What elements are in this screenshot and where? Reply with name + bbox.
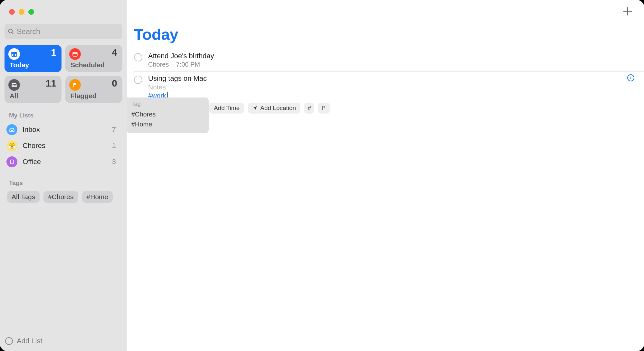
flag-outline-icon [321, 106, 327, 111]
page-title: Today [127, 23, 644, 49]
tray-icon [8, 79, 20, 91]
flag-button[interactable] [318, 103, 330, 114]
search-field[interactable] [5, 24, 122, 39]
reminder-notes-placeholder[interactable]: Notes [148, 83, 634, 91]
svg-rect-7 [10, 160, 13, 164]
reminder-row: Attend Joe's birthday Chores – 7:00 PM [134, 49, 644, 72]
search-input[interactable] [17, 27, 119, 36]
smart-list-scheduled[interactable]: 4 Scheduled [65, 45, 122, 72]
smart-list-count: 0 [112, 78, 117, 89]
reminder-info-button[interactable]: i [627, 74, 634, 81]
tag-chip-home[interactable]: #Home [82, 191, 113, 203]
new-reminder-button[interactable] [623, 6, 632, 16]
list-item-office[interactable]: Office 3 [5, 154, 122, 170]
flag-icon [69, 79, 81, 91]
list-item-inbox[interactable]: Inbox 7 [5, 122, 122, 138]
sidebar: 1 1 Today 4 Scheduled 11 All [0, 0, 127, 351]
emoji-icon: 😤 [6, 140, 17, 151]
tray-icon [6, 124, 17, 135]
close-window-button[interactable] [9, 9, 15, 15]
tag-chip-chores[interactable]: #Chores [43, 191, 78, 203]
calendar-icon [69, 48, 81, 60]
smart-list-count: 11 [46, 78, 56, 89]
list-item-count: 3 [112, 158, 120, 166]
add-tag-button[interactable]: # [304, 103, 314, 114]
reminder-title[interactable]: Using tags on Mac [148, 74, 634, 83]
list-item-label: Inbox [23, 125, 107, 134]
smart-list-count: 4 [112, 47, 117, 58]
smart-list-all[interactable]: 11 All [5, 76, 62, 103]
smart-list-flagged[interactable]: 0 Flagged [65, 76, 122, 103]
svg-text:1: 1 [14, 53, 15, 56]
location-arrow-icon [252, 106, 258, 111]
smart-lists-grid: 1 1 Today 4 Scheduled 11 All [0, 39, 127, 103]
tag-popup-heading: Tag [131, 101, 204, 107]
inline-toolbar: Add Time Add Location # [209, 99, 634, 114]
list-item-count: 1 [112, 142, 120, 150]
tags-heading: Tags [0, 171, 127, 189]
reminder-title[interactable]: Attend Joe's birthday [148, 52, 634, 60]
list-item-label: Chores [23, 142, 107, 150]
add-list-label: Add List [17, 337, 43, 345]
svg-rect-5 [73, 52, 77, 56]
search-icon [8, 28, 14, 35]
my-lists-heading: My Lists [0, 103, 127, 121]
smart-list-label: Flagged [71, 92, 97, 100]
add-time-label: Add Time [214, 105, 240, 112]
complete-toggle[interactable] [134, 76, 142, 84]
window-controls [0, 0, 127, 18]
add-list-button[interactable]: Add List [0, 337, 127, 351]
smart-list-label: All [10, 92, 18, 100]
reminder-row-editing: Using tags on Mac Notes #work Add Time [134, 72, 644, 117]
svg-line-1 [12, 32, 14, 34]
smart-list-count: 1 [51, 47, 56, 58]
list-item-chores[interactable]: 😤 Chores 1 [5, 138, 122, 154]
tag-option-home[interactable]: #Home [131, 119, 204, 129]
list-item-count: 7 [112, 125, 120, 134]
calendar-today-icon: 1 [8, 48, 20, 60]
hashtag-icon: # [308, 105, 311, 112]
smart-list-label: Today [10, 61, 29, 69]
main-panel: Today Attend Joe's birthday Chores – 7:0… [127, 0, 644, 351]
smart-list-today[interactable]: 1 1 Today [5, 45, 62, 72]
plus-circle-icon [5, 337, 13, 345]
tag-chip-all[interactable]: All Tags [7, 191, 40, 203]
list-item-label: Office [23, 158, 107, 166]
fullscreen-window-button[interactable] [28, 9, 34, 15]
add-location-button[interactable]: Add Location [248, 103, 300, 114]
building-icon [6, 156, 17, 167]
tag-option-chores[interactable]: #Chores [131, 109, 204, 119]
complete-toggle[interactable] [134, 53, 142, 61]
minimize-window-button[interactable] [19, 9, 24, 15]
reminder-subtitle: Chores – 7:00 PM [148, 61, 634, 68]
smart-list-label: Scheduled [71, 61, 105, 69]
add-location-label: Add Location [260, 105, 296, 112]
tag-autocomplete-popup: Tag #Chores #Home [127, 97, 209, 133]
svg-point-0 [9, 29, 13, 33]
add-time-button[interactable]: Add Time [209, 103, 244, 114]
